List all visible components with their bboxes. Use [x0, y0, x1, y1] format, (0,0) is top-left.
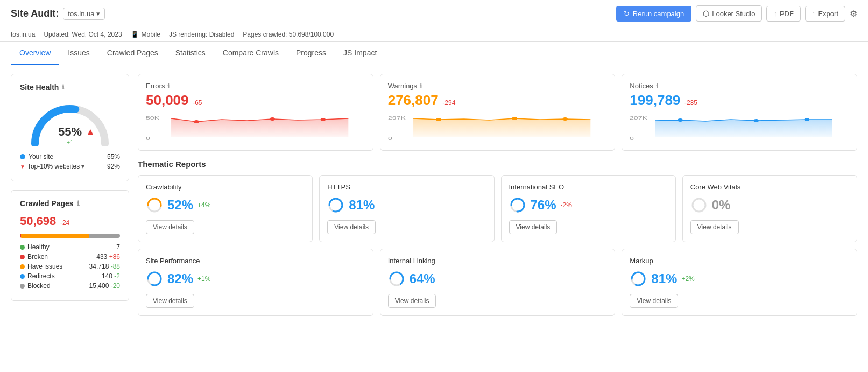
warnings-card: Warnings ℹ 276,807 -294	[380, 74, 616, 151]
report-card-title: Internal Linking	[388, 257, 608, 265]
circle-progress	[146, 196, 163, 214]
stat-name: Have issues	[27, 263, 62, 270]
pdf-label: PDF	[780, 10, 794, 18]
svg-point-16	[678, 118, 683, 122]
stat-values: 433 +86	[96, 253, 120, 261]
score-value: 52%	[167, 198, 193, 213]
rerun-campaign-button[interactable]: ↻ Rerun campaign	[616, 6, 691, 22]
stat-value: 433	[96, 253, 107, 261]
stat-row: Have issues 34,718 -88	[20, 263, 120, 270]
pdf-icon: ↑	[773, 10, 777, 18]
view-details-button[interactable]: View details	[509, 220, 558, 234]
warnings-info-icon[interactable]: ℹ	[420, 82, 422, 90]
tab-overview[interactable]: Overview	[11, 42, 59, 65]
stat-values: 7	[116, 243, 120, 251]
report-score-row: 82% +1%	[146, 270, 365, 287]
tab-js-impact[interactable]: JS Impact	[335, 42, 385, 65]
score-value: 82%	[167, 271, 193, 286]
nav-tabs: Overview Issues Crawled Pages Statistics…	[0, 42, 868, 65]
warnings-title: Warnings ℹ	[388, 82, 608, 90]
gear-icon: ⚙	[850, 9, 857, 18]
circle-progress	[388, 270, 405, 287]
svg-point-25	[693, 199, 705, 212]
top10-chevron-icon[interactable]: ▾	[81, 163, 84, 170]
stat-name: Broken	[27, 253, 48, 261]
view-details-button[interactable]: View details	[388, 294, 436, 308]
report-card: HTTPS 81% View details	[319, 175, 494, 242]
tab-compare-crawls[interactable]: Compare Crawls	[214, 42, 287, 65]
circle-progress	[146, 270, 163, 287]
score-delta: +4%	[197, 201, 210, 209]
crawled-pages-card: Crawled Pages ℹ 50,698 -24 Healthy 7	[11, 190, 129, 301]
settings-button[interactable]: ⚙	[850, 9, 857, 19]
stat-name: Redirects	[27, 272, 55, 280]
updated-label: Updated: Wed, Oct 4, 2023	[44, 31, 122, 38]
errors-card: Errors ℹ 50,009 -65 5	[138, 74, 373, 151]
stat-dot	[20, 264, 25, 269]
pb-gray	[89, 234, 120, 238]
score-delta: -2%	[561, 201, 572, 209]
main-content: Site Health ℹ 55% +1	[0, 65, 868, 325]
notices-delta: -235	[684, 99, 697, 107]
notices-info-icon[interactable]: ℹ	[656, 82, 659, 90]
report-score-row: 81% +2%	[630, 270, 849, 287]
svg-point-18	[805, 118, 809, 121]
crawled-pages-info-icon[interactable]: ℹ	[77, 200, 80, 207]
tab-statistics[interactable]: Statistics	[167, 42, 214, 65]
view-details-button[interactable]: View details	[690, 220, 739, 234]
notices-value: 199,789	[630, 92, 680, 108]
stat-values: 34,718 -88	[89, 263, 120, 270]
mobile-icon: 📱	[131, 31, 139, 38]
errors-title: Errors ℹ	[146, 82, 365, 90]
errors-info-icon[interactable]: ℹ	[167, 82, 170, 90]
site-health-card: Site Health ℹ 55% +1	[11, 74, 129, 181]
stat-name: Blocked	[27, 282, 51, 290]
pages-crawled-label: Pages crawled: 50,698/100,000	[243, 31, 334, 38]
warnings-chart: 297K 0	[388, 113, 608, 143]
export-button[interactable]: ↑ Export	[805, 6, 845, 22]
crawled-pages-title: Crawled Pages ℹ	[20, 199, 120, 208]
pdf-button[interactable]: ↑ PDF	[766, 6, 801, 22]
view-details-button[interactable]: View details	[146, 220, 194, 234]
score-value: 64%	[410, 271, 435, 286]
crawled-pages-value-row: 50,698 -24	[20, 214, 120, 228]
view-details-button[interactable]: View details	[146, 294, 194, 308]
rerun-label: Rerun campaign	[633, 10, 684, 18]
report-card: Crawlability 52% +4% View details	[138, 175, 313, 242]
report-score-row: 52% +4%	[146, 196, 305, 214]
thematic-reports-section: Thematic Reports Crawlability 52% +4% Vi…	[138, 159, 857, 316]
view-details-button[interactable]: View details	[327, 220, 376, 234]
score-delta: +2%	[681, 275, 694, 283]
svg-text:0: 0	[630, 136, 634, 142]
refresh-icon: ↻	[624, 10, 630, 18]
stat-label: Broken	[20, 253, 48, 261]
view-details-button[interactable]: View details	[630, 294, 678, 308]
thematic-reports-title: Thematic Reports	[138, 159, 857, 169]
stat-value: 140	[102, 272, 112, 280]
stat-delta: -88	[111, 263, 120, 270]
pb-orange	[21, 234, 89, 238]
report-card-title: International SEO	[509, 183, 668, 191]
warnings-value-row: 276,807 -294	[388, 92, 608, 109]
device-item: 📱 Mobile	[131, 31, 160, 38]
notices-chart: 207K 0	[630, 113, 849, 143]
report-score-row: 64%	[388, 270, 608, 287]
score-value: 81%	[349, 198, 375, 213]
tab-issues[interactable]: Issues	[59, 42, 98, 65]
looker-studio-button[interactable]: ⬡ Looker Studio	[696, 5, 762, 22]
stat-name: Healthy	[27, 243, 50, 251]
report-card: International SEO 76% -2% View details	[501, 175, 676, 242]
tab-progress[interactable]: Progress	[287, 42, 335, 65]
warnings-delta: -294	[442, 99, 455, 107]
left-panel: Site Health ℹ 55% +1	[11, 74, 129, 316]
site-health-info-icon[interactable]: ℹ	[62, 83, 65, 91]
svg-text:0: 0	[146, 136, 150, 142]
svg-text:297K: 297K	[388, 115, 406, 121]
stats-rows: Healthy 7 Broken 433 +86 Have issues 34,…	[20, 243, 120, 290]
svg-marker-0	[88, 129, 93, 135]
tab-crawled-pages[interactable]: Crawled Pages	[98, 42, 167, 65]
stat-delta: -20	[111, 282, 120, 290]
campaign-dropdown[interactable]: tos.in.ua ▾	[63, 8, 105, 20]
reports-grid-row1: Crawlability 52% +4% View details HTTPS …	[138, 175, 857, 242]
device-label: Mobile	[142, 31, 160, 38]
